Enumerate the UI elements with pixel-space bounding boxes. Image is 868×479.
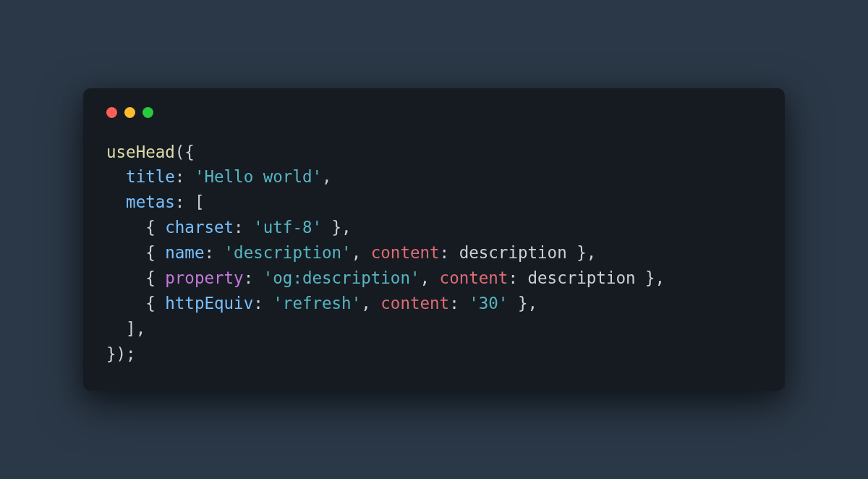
str-charset: 'utf-8' [253, 218, 322, 237]
close-icon[interactable] [106, 107, 117, 118]
ident-description: description [459, 243, 567, 262]
prop-content: content [440, 268, 509, 287]
prop-charset: charset [165, 218, 234, 237]
str-title: 'Hello world' [195, 167, 322, 186]
code-punc: ({ [175, 143, 195, 161]
prop-property: property [165, 268, 243, 287]
minimize-icon[interactable] [124, 107, 135, 118]
ident-description: description [528, 268, 636, 287]
prop-name: name [165, 243, 204, 262]
code-window: useHead({ title: 'Hello world', metas: [… [83, 88, 785, 391]
prop-metas: metas [126, 192, 175, 211]
str-30: '30' [469, 294, 508, 313]
prop-title: title [126, 167, 175, 186]
prop-httpequiv: httpEquiv [165, 294, 253, 313]
prop-content: content [380, 294, 449, 313]
window-titlebar [106, 107, 762, 118]
prop-content: content [371, 243, 440, 262]
str-property: 'og:description' [263, 268, 420, 287]
str-refresh: 'refresh' [273, 294, 361, 313]
fn-name: useHead [106, 143, 175, 161]
str-name: 'description' [224, 243, 352, 262]
code-block: useHead({ title: 'Hello world', metas: [… [106, 140, 762, 367]
maximize-icon[interactable] [142, 107, 153, 118]
